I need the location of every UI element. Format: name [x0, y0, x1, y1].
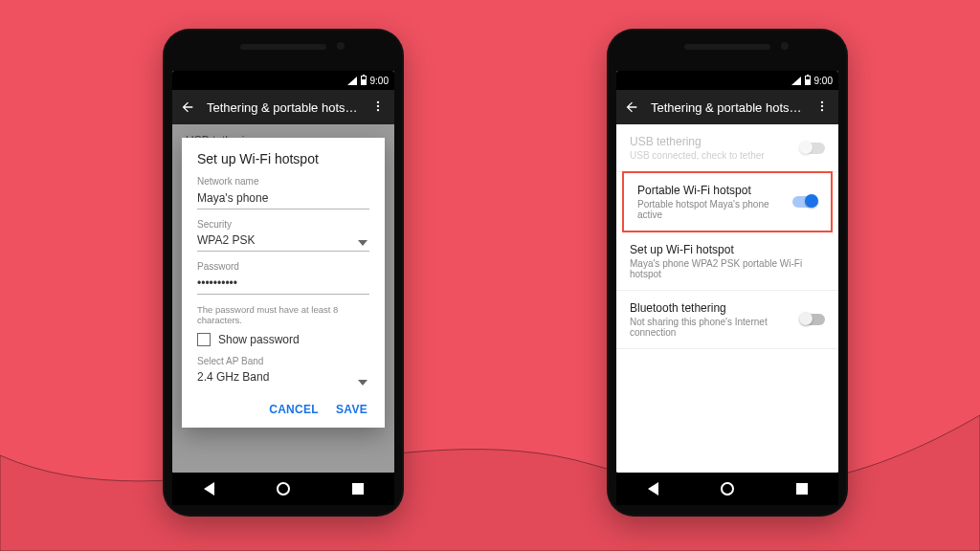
ap-band-value: 2.4 GHz Band	[197, 368, 369, 387]
row-subtitle: Portable hotspot Maya's phone active	[637, 199, 792, 220]
row-subtitle: USB connected, check to tether	[630, 150, 800, 161]
security-value: WPA2 PSK	[197, 231, 369, 252]
dialog-setup-hotspot: Set up Wi-Fi hotspot Network name Securi…	[182, 138, 385, 428]
nav-home-icon[interactable]	[721, 482, 734, 496]
sensor-dot	[781, 42, 789, 50]
row-usb-tethering[interactable]: USB tethering USB connected, check to te…	[616, 124, 838, 172]
svg-point-3	[821, 100, 823, 102]
stage: 9:00 Tethering & portable hotspot USB te…	[0, 0, 980, 551]
password-hint: The password must have at least 8 charac…	[197, 304, 369, 325]
dropdown-icon	[358, 380, 368, 386]
switch-bluetooth-tethering[interactable]	[800, 314, 825, 325]
show-password-row[interactable]: Show password	[197, 333, 369, 346]
field-network-name: Network name	[197, 176, 369, 209]
row-title: USB tethering	[630, 135, 800, 148]
screen-left: 9:00 Tethering & portable hotspot USB te…	[172, 71, 394, 473]
status-time: 9:00	[370, 76, 389, 86]
switch-usb-tethering[interactable]	[800, 143, 825, 154]
status-time: 9:00	[814, 76, 833, 86]
overflow-menu-icon[interactable]	[369, 99, 387, 116]
nav-back-icon[interactable]	[204, 482, 214, 496]
network-name-label: Network name	[197, 176, 369, 187]
svg-point-0	[377, 100, 379, 102]
nav-back-icon[interactable]	[648, 482, 658, 496]
nav-home-icon[interactable]	[277, 482, 290, 496]
status-bar: 9:00	[616, 71, 838, 90]
row-setup-hotspot[interactable]: Set up Wi-Fi hotspot Maya's phone WPA2 P…	[616, 232, 838, 291]
sensor-bar	[684, 44, 770, 50]
svg-point-5	[821, 108, 823, 110]
password-label: Password	[197, 261, 369, 272]
save-button[interactable]: SAVE	[336, 403, 368, 416]
phone-frame-left: 9:00 Tethering & portable hotspot USB te…	[163, 29, 404, 517]
back-arrow-icon[interactable]	[180, 99, 195, 115]
row-subtitle: Maya's phone WPA2 PSK portable Wi-Fi hot…	[630, 258, 825, 279]
app-bar-title: Tethering & portable hotspot	[651, 100, 802, 115]
screen-right: 9:00 Tethering & portable hotspot USB te…	[616, 71, 838, 473]
highlight-portable-hotspot: Portable Wi-Fi hotspot Portable hotspot …	[622, 171, 833, 232]
checkbox-icon[interactable]	[197, 333, 211, 346]
row-portable-hotspot[interactable]: Portable Wi-Fi hotspot Portable hotspot …	[624, 173, 831, 231]
app-bar: Tethering & portable hotspot	[172, 90, 394, 124]
cancel-button[interactable]: CANCEL	[269, 403, 319, 416]
dialog-title: Set up Wi-Fi hotspot	[197, 151, 369, 166]
app-bar: Tethering & portable hotspot	[616, 90, 838, 124]
android-nav-bar	[172, 473, 394, 505]
network-name-input[interactable]	[197, 189, 369, 209]
nav-recents-icon[interactable]	[352, 483, 364, 495]
signal-icon	[347, 77, 357, 85]
field-security[interactable]: Security WPA2 PSK	[197, 219, 369, 252]
back-arrow-icon[interactable]	[624, 99, 639, 115]
battery-icon	[361, 76, 367, 85]
dropdown-icon	[358, 240, 368, 246]
field-password: Password	[197, 261, 369, 295]
sensor-dot	[337, 42, 345, 50]
signal-icon	[791, 77, 801, 85]
dialog-actions: CANCEL SAVE	[197, 397, 369, 420]
switch-portable-hotspot[interactable]	[792, 196, 817, 208]
show-password-label: Show password	[218, 333, 300, 346]
security-label: Security	[197, 219, 369, 230]
svg-point-4	[821, 104, 823, 106]
status-bar: 9:00	[172, 71, 394, 90]
row-subtitle: Not sharing this phone's Internet connec…	[630, 317, 800, 338]
row-title: Set up Wi-Fi hotspot	[630, 243, 825, 256]
android-nav-bar	[616, 473, 838, 505]
sensor-bar	[240, 44, 326, 50]
svg-point-2	[377, 108, 379, 110]
field-ap-band[interactable]: Select AP Band 2.4 GHz Band	[197, 356, 369, 387]
settings-list: USB tethering USB connected, check to te…	[616, 124, 838, 473]
password-input[interactable]	[197, 275, 369, 295]
row-title: Portable Wi-Fi hotspot	[637, 184, 792, 197]
app-bar-title: Tethering & portable hotspot	[207, 100, 358, 115]
ap-band-label: Select AP Band	[197, 356, 369, 366]
row-title: Bluetooth tethering	[630, 301, 800, 315]
nav-recents-icon[interactable]	[796, 483, 808, 495]
row-bluetooth-tethering[interactable]: Bluetooth tethering Not sharing this pho…	[616, 291, 838, 349]
phone-frame-right: 9:00 Tethering & portable hotspot USB te…	[607, 29, 848, 517]
battery-icon	[805, 76, 811, 85]
svg-point-1	[377, 104, 379, 106]
overflow-menu-icon[interactable]	[813, 99, 831, 116]
